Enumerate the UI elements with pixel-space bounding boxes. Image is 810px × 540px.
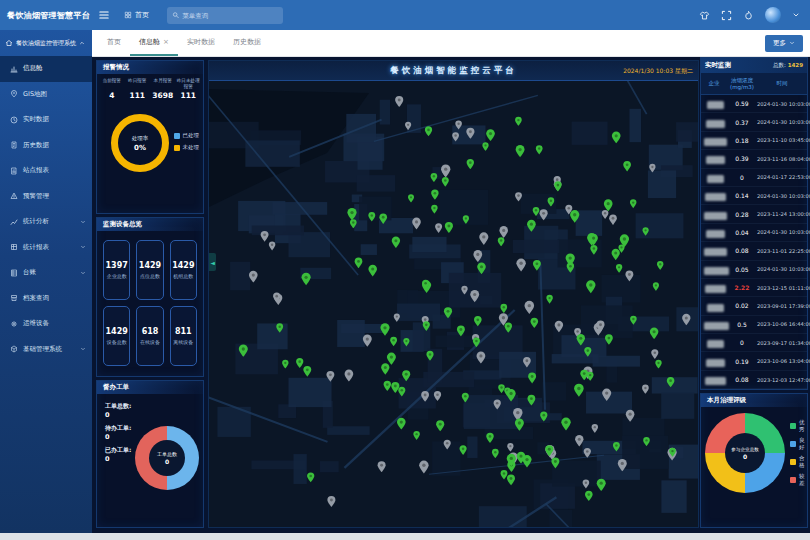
map-pin[interactable] <box>307 472 314 482</box>
map-canvas[interactable] <box>209 81 698 527</box>
realtime-row[interactable]: 0.08 2023-12-03 12:47:00 <box>701 371 807 389</box>
map-pin[interactable] <box>516 259 525 272</box>
sidebar-item[interactable]: 台账 <box>0 260 92 286</box>
map-pin[interactable] <box>587 372 594 381</box>
map-pin[interactable] <box>604 199 613 211</box>
tab[interactable]: 信息舱 × <box>130 30 178 56</box>
realtime-row[interactable]: 0.59 2024-01-30 10:03:00 <box>701 95 807 113</box>
realtime-row[interactable]: 0.5 2023-10-06 16:44:00 <box>701 316 807 334</box>
realtime-row[interactable]: 0.04 2024-01-30 10:03:00 <box>701 224 807 242</box>
breadcrumb-home[interactable]: 首页 <box>124 10 149 20</box>
map-pin[interactable] <box>507 475 515 486</box>
map-pin[interactable] <box>586 280 595 293</box>
realtime-row[interactable]: 0.18 2023-11-10 03:45:00 <box>701 132 807 150</box>
realtime-row[interactable]: 0.05 2024-01-30 10:03:00 <box>701 261 807 279</box>
map-pin[interactable] <box>435 223 442 233</box>
sidebar-item[interactable]: 实时数据 <box>0 107 92 133</box>
map-pin[interactable] <box>655 360 661 369</box>
realtime-row[interactable]: 0.02 2023-09-01 17:39:00 <box>701 297 807 315</box>
map-pin[interactable] <box>345 370 354 382</box>
user-menu-chevron-down-icon[interactable] <box>792 11 800 19</box>
map-pin[interactable] <box>653 282 659 290</box>
map-pin[interactable] <box>501 470 508 479</box>
tab[interactable]: 历史数据 × <box>224 30 270 56</box>
map-pin[interactable] <box>492 449 499 458</box>
map-pin[interactable] <box>642 385 649 394</box>
map-pin[interactable] <box>327 496 335 507</box>
map-pin[interactable] <box>546 295 552 304</box>
map-pin[interactable] <box>302 273 311 285</box>
tab[interactable]: 首页 × <box>98 30 130 56</box>
map-pin[interactable] <box>387 353 396 365</box>
map-pin[interactable] <box>486 433 493 443</box>
realtime-row[interactable]: 0.19 2023-10-06 13:04:00 <box>701 352 807 370</box>
map-pin[interactable] <box>583 479 590 488</box>
map-pin[interactable] <box>381 363 389 374</box>
map-pin[interactable] <box>261 231 269 242</box>
map-pin[interactable] <box>384 381 391 391</box>
map-pin[interactable] <box>395 96 403 107</box>
map[interactable]: 餐饮油烟智能监控云平台 2024/1/30 10:03 星期二 ◄ <box>208 60 699 528</box>
menu-search[interactable] <box>167 7 283 24</box>
map-pin[interactable] <box>536 145 543 154</box>
map-pin[interactable] <box>412 218 421 230</box>
map-pin[interactable] <box>460 445 467 455</box>
map-pin[interactable] <box>499 226 508 238</box>
menu-toggle-icon[interactable] <box>98 9 110 21</box>
sidebar-system-header[interactable]: 餐饮油烟监控管理系统 <box>0 30 92 56</box>
map-pin[interactable] <box>657 261 663 270</box>
map-pin[interactable] <box>474 316 482 326</box>
map-pin[interactable] <box>585 491 593 501</box>
map-pin[interactable] <box>575 435 583 446</box>
map-pin[interactable] <box>612 249 620 260</box>
sidebar-item[interactable]: 信息舱 <box>0 56 92 82</box>
menu-search-input[interactable] <box>182 12 278 19</box>
map-pin[interactable] <box>516 145 525 157</box>
sidebar-item[interactable]: 档案查询 <box>0 286 92 312</box>
sidebar-item[interactable]: 运维设备 <box>0 311 92 337</box>
sidebar-item[interactable]: 站点报表 <box>0 158 92 184</box>
map-pin[interactable] <box>498 384 505 393</box>
map-pin[interactable] <box>408 194 414 202</box>
map-pin[interactable] <box>592 424 598 433</box>
map-pin[interactable] <box>419 461 428 474</box>
realtime-row[interactable]: 0.39 2023-11-16 08:04:00 <box>701 150 807 168</box>
map-pin[interactable] <box>609 214 617 225</box>
map-pin[interactable] <box>269 242 275 251</box>
map-pin[interactable] <box>482 142 488 151</box>
map-pin[interactable] <box>525 301 535 314</box>
realtime-row[interactable]: 0 2024-01-17 22:53:00 <box>701 169 807 187</box>
realtime-row[interactable]: 0.08 2023-11-01 22:25:00 <box>701 242 807 260</box>
tab-close-icon[interactable]: × <box>163 38 169 46</box>
map-pin[interactable] <box>413 431 419 440</box>
map-pin[interactable] <box>602 210 609 219</box>
map-pin[interactable] <box>303 366 311 377</box>
map-pin[interactable] <box>630 199 636 208</box>
map-pin[interactable] <box>486 129 495 141</box>
map-pin[interactable] <box>380 323 389 335</box>
map-pin[interactable] <box>249 271 258 283</box>
map-pin[interactable] <box>368 265 377 277</box>
map-pin[interactable] <box>528 373 536 384</box>
realtime-row[interactable]: 0.14 2024-01-30 10:03:00 <box>701 187 807 205</box>
map-pin[interactable] <box>355 258 363 269</box>
map-pin[interactable] <box>650 327 659 339</box>
map-pin[interactable] <box>436 420 444 431</box>
map-pin[interactable] <box>425 126 432 136</box>
user-avatar[interactable] <box>765 7 781 23</box>
map-pin[interactable] <box>522 455 531 467</box>
realtime-row[interactable]: 0.37 2024-01-30 10:03:00 <box>701 113 807 131</box>
map-pin[interactable] <box>442 177 449 187</box>
sidebar-item[interactable]: 预警管理 <box>0 184 92 210</box>
realtime-row[interactable]: 0.28 2023-11-24 13:00:00 <box>701 205 807 223</box>
map-pin[interactable] <box>397 418 406 430</box>
map-pin[interactable] <box>651 349 658 359</box>
map-pin[interactable] <box>623 161 631 172</box>
map-pin[interactable] <box>616 264 622 273</box>
sidebar-item[interactable]: GIS地图 <box>0 82 92 108</box>
map-pin[interactable] <box>378 461 386 472</box>
map-pin[interactable] <box>282 360 288 369</box>
map-pin[interactable] <box>507 443 513 452</box>
map-pin[interactable] <box>574 384 584 397</box>
map-pin[interactable] <box>479 232 488 244</box>
